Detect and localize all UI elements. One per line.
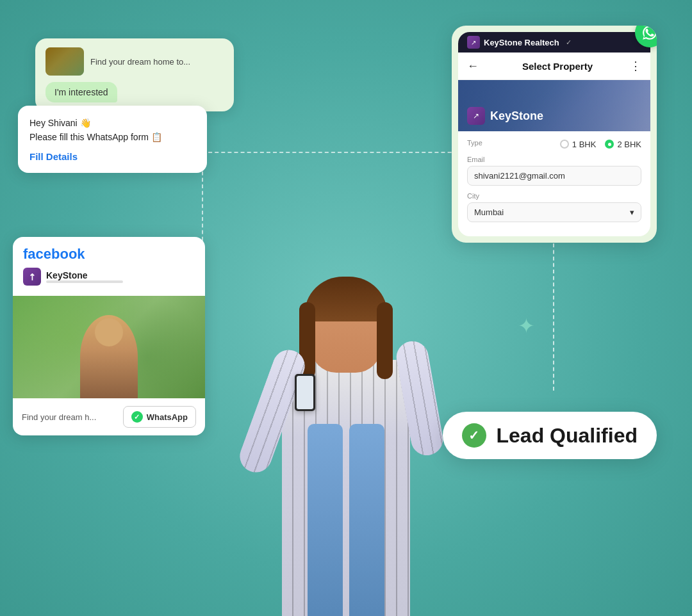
phone-nav-bar: ← Select Property ⋮ [458, 53, 650, 80]
fb-brand-icon: ↗ [23, 268, 41, 286]
email-input[interactable]: shivani2121@gmail.com [467, 166, 641, 186]
person-right-leg [349, 424, 384, 616]
facebook-header: facebook ↗ KeyStone [13, 237, 205, 296]
fb-footer-text: Find your dream h... [22, 412, 96, 422]
brand-arrow-icon: ↗ [26, 270, 38, 283]
phone-nav-title: Select Property [485, 61, 630, 72]
form-city-row: City Mumbai ▾ [467, 192, 641, 222]
radio-2bhk-circle [605, 140, 614, 149]
chat-bubble-top: Find your dream home to... I'm intereste… [35, 38, 234, 111]
keystone-property-icon: ↗ [467, 107, 485, 125]
lead-qualified-text: Lead Qualified [497, 424, 638, 448]
menu-dots-icon[interactable]: ⋮ [630, 59, 641, 73]
person-head [311, 289, 381, 373]
keystone-logo-overlay: ↗ KeyStone [467, 107, 543, 125]
facebook-logo: facebook [23, 246, 195, 263]
person-left-leg [308, 424, 343, 616]
checkmark-icon: ✓ [468, 428, 479, 443]
back-arrow-icon[interactable]: ← [467, 60, 479, 73]
phone-form: Type 1 BHK 2 BHK [458, 131, 650, 236]
person-phone [295, 374, 315, 411]
scene: Find your dream home to... I'm intereste… [0, 0, 692, 616]
city-value: Mumbai [474, 207, 504, 217]
phone-property-image: ↗ KeyStone [458, 80, 650, 131]
keystone-property-name: KeyStone [490, 109, 543, 123]
radio-1bhk-label: 1 BHK [572, 140, 597, 149]
property-thumbnail [45, 47, 84, 76]
form-email-row: Email shivani2121@gmail.com [467, 156, 641, 186]
fb-brand-name: KeyStone [46, 270, 123, 280]
fb-property-image [13, 296, 205, 398]
fb-footer: Find your dream h... ✓ WhatsApp [13, 398, 205, 435]
person-figure [231, 149, 461, 616]
dashed-line-vertical-right [553, 231, 554, 391]
whatsapp-btn-label: WhatsApp [147, 412, 188, 422]
email-label: Email [467, 156, 641, 163]
facebook-card: facebook ↗ KeyStone Find your dream h...… [13, 237, 205, 435]
whatsapp-icon: ✓ [131, 411, 143, 423]
radio-2bhk-label: 2 BHK [617, 140, 641, 149]
center-person [211, 104, 481, 616]
fb-brand-row: ↗ KeyStone [23, 268, 195, 286]
fb-brand-bar [46, 280, 123, 283]
interested-bubble: I'm interested [45, 82, 117, 102]
type-label: Type [467, 139, 482, 147]
radio-1bhk-circle [560, 140, 569, 149]
radio-2bhk[interactable]: 2 BHK [605, 140, 641, 149]
phone-screen: ↗ KeyStone Realtech ✓ ← Select Property … [458, 32, 650, 236]
phone-brand-icon: ↗ [467, 36, 480, 49]
phone-verified-icon: ✓ [566, 38, 572, 47]
sparkle-icon: ✦ [518, 314, 535, 338]
fb-image-person [80, 315, 138, 398]
form-type-inner: Type 1 BHK 2 BHK [467, 139, 641, 149]
city-label: City [467, 192, 641, 200]
fill-details-button[interactable]: Fill Details [29, 151, 78, 162]
whatsapp-button[interactable]: ✓ WhatsApp [123, 406, 196, 428]
lead-qualified-badge: ✓ Lead Qualified [443, 412, 657, 459]
radio-group-type: 1 BHK 2 BHK [560, 140, 641, 149]
form-type-row: Type 1 BHK 2 BHK [467, 139, 641, 149]
chat-preview-text: Find your dream home to... [90, 57, 190, 67]
phone-card: ↗ KeyStone Realtech ✓ ← Select Property … [452, 26, 657, 243]
chat-message-row: Find your dream home to... [45, 47, 224, 76]
chat-hey-text: Hey Shivani 👋 Please fill this WhatsApp … [29, 116, 195, 145]
radio-1bhk[interactable]: 1 BHK [560, 140, 597, 149]
email-value: shivani2121@gmail.com [474, 171, 565, 181]
chat-line2: Please fill this WhatsApp form 📋 [29, 132, 162, 142]
chat-line1: Hey Shivani 👋 [29, 118, 91, 128]
chat-card-middle: Hey Shivani 👋 Please fill this WhatsApp … [18, 106, 207, 173]
phone-status-bar: ↗ KeyStone Realtech ✓ [458, 32, 650, 53]
lead-check-circle: ✓ [462, 423, 486, 448]
phone-brand-text: KeyStone Realtech [484, 38, 559, 47]
phone-brand-row: ↗ KeyStone Realtech ✓ [467, 36, 572, 49]
chevron-down-icon: ▾ [630, 207, 634, 217]
city-select[interactable]: Mumbai ▾ [467, 202, 641, 222]
